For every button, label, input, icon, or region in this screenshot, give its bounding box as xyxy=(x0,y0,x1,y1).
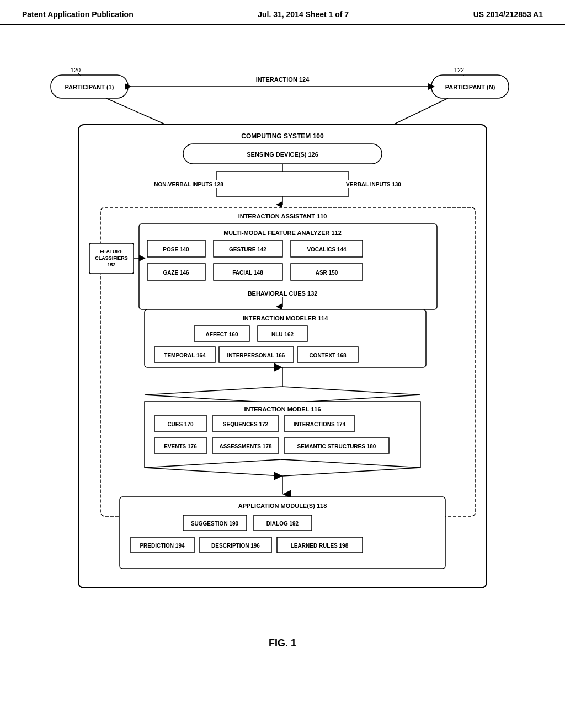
fig-label: FIG. 1 xyxy=(0,638,565,649)
diagram-area: text { font-family: Arial, sans-serif; }… xyxy=(0,25,565,632)
svg-line-5 xyxy=(106,98,172,127)
interaction-assistant-label: INTERACTION ASSISTANT 110 xyxy=(238,213,327,220)
participantN-label: PARTICIPANT (N) xyxy=(445,84,495,90)
assessments-label: ASSESSMENTS 178 xyxy=(219,443,271,449)
page: Patent Application Publication Jul. 31, … xyxy=(0,0,565,728)
svg-text:FEATURE: FEATURE xyxy=(100,249,123,254)
temporal-label: TEMPORAL 164 xyxy=(164,352,206,358)
gaze-label: GAZE 146 xyxy=(163,270,189,276)
context-label: CONTEXT 168 xyxy=(309,352,347,358)
behavioral-cues-label: BEHAVIORAL CUES 132 xyxy=(248,290,318,297)
affect-label: AFFECT 160 xyxy=(206,331,238,338)
interaction-modeler-label: INTERACTION MODELER 114 xyxy=(243,315,329,322)
svg-line-6 xyxy=(387,98,448,127)
nonverbal-label: NON-VERBAL INPUTS 128 xyxy=(154,181,223,188)
participant1-ref: 120 xyxy=(71,67,81,73)
header-right: US 2014/212853 A1 xyxy=(473,10,543,19)
semantic-structures-label: SEMANTIC STRUCTURES 180 xyxy=(297,443,376,449)
sensing-device-label: SENSING DEVICE(S) 126 xyxy=(247,151,318,158)
page-header: Patent Application Publication Jul. 31, … xyxy=(0,0,565,25)
multimodal-label: MULTI-MODAL FEATURE ANALYZER 112 xyxy=(223,229,342,236)
participant1-label: PARTICIPANT (1) xyxy=(65,84,114,90)
interpersonal-label: INTERPERSONAL 166 xyxy=(227,352,285,358)
participantN-ref: 122 xyxy=(454,67,464,73)
asr-label: ASR 150 xyxy=(316,270,338,276)
computing-system-label: COMPUTING SYSTEM 100 xyxy=(241,132,324,140)
prediction-label: PREDICTION 194 xyxy=(140,543,185,549)
interaction-label: INTERACTION 124 xyxy=(256,76,310,83)
suggestion-label: SUGGESTION 190 xyxy=(191,521,239,527)
svg-text:CLASSIFIERS: CLASSIFIERS xyxy=(95,255,128,261)
header-left: Patent Application Publication xyxy=(22,10,134,19)
learned-rules-label: LEARNED RULES 198 xyxy=(291,543,349,549)
interaction-model-label: INTERACTION MODEL 116 xyxy=(244,406,321,413)
verbal-label: VERBAL INPUTS 130 xyxy=(346,181,401,188)
dialog-label: DIALOG 192 xyxy=(266,521,299,527)
cues-label: CUES 170 xyxy=(167,421,194,427)
interactions-label: INTERACTIONS 174 xyxy=(294,421,346,427)
facial-label: FACIAL 148 xyxy=(232,270,263,276)
application-module-label: APPLICATION MODULE(S) 118 xyxy=(238,502,327,509)
events-label: EVENTS 176 xyxy=(164,443,197,449)
pose-label: POSE 140 xyxy=(163,247,189,253)
gesture-label: GESTURE 142 xyxy=(229,247,266,253)
header-center: Jul. 31, 2014 Sheet 1 of 7 xyxy=(258,10,349,19)
vocalics-label: VOCALICS 144 xyxy=(307,247,347,253)
svg-text:152: 152 xyxy=(107,262,115,267)
sequences-label: SEQUENCES 172 xyxy=(223,421,269,427)
nlu-label: NLU 162 xyxy=(271,331,294,338)
description-label: DESCRIPTION 196 xyxy=(211,543,260,549)
diagram-svg: text { font-family: Arial, sans-serif; }… xyxy=(34,42,531,621)
